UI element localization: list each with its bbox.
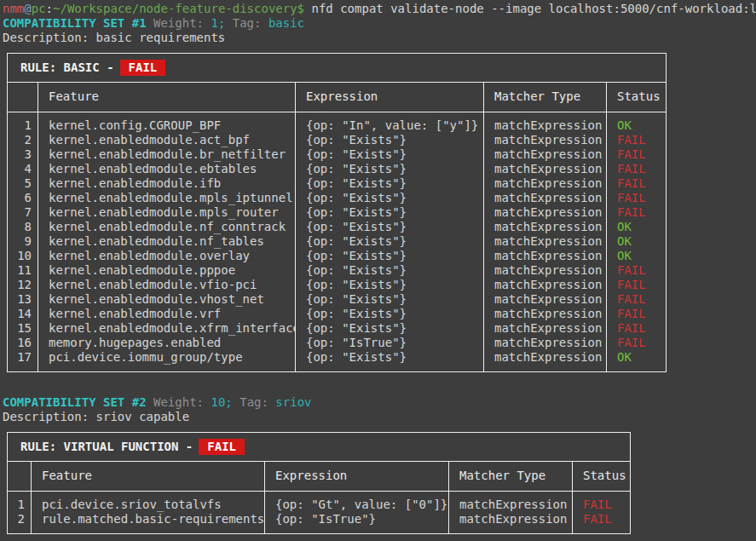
cell-matcher-type: matchExpression	[484, 350, 607, 371]
row-number: 7	[8, 205, 38, 220]
column-header: Status	[573, 462, 630, 491]
cell-status: FAIL	[573, 512, 630, 533]
table-row: 1pci.device.sriov_totalvfs{op: "Gt", val…	[8, 492, 630, 512]
terminal-command: nfd compat validate-node --image localho…	[311, 2, 756, 15]
row-number: 14	[8, 307, 38, 321]
table-row: 9kernel.enabledmodule.nf_tables{op: "Exi…	[8, 234, 666, 249]
cell-expression: {op: "Exists"}	[296, 191, 484, 205]
cell-feature: kernel.config.CGROUP_BPF	[38, 112, 296, 133]
table-row: 4kernel.enabledmodule.ebtables{op: "Exis…	[8, 162, 666, 176]
cell-expression: {op: "Exists"}	[296, 220, 484, 234]
terminal-window[interactable]: { "terminal": { "prompt": { "user": "nmm…	[0, 0, 756, 541]
cell-expression: {op: "Exists"}	[296, 205, 484, 220]
cell-status: FAIL	[607, 147, 666, 162]
cell-status: OK	[607, 350, 666, 371]
table-row: 13kernel.enabledmodule.vhost_net{op: "Ex…	[8, 292, 666, 307]
cell-feature: memory.hugepages.enabled	[38, 336, 296, 350]
table-row: 2rule.matched.basic-requirements{op: "Is…	[8, 512, 630, 533]
cell-status: FAIL	[607, 176, 666, 191]
cell-matcher-type: matchExpression	[449, 512, 573, 533]
prompt-host: pc	[32, 2, 46, 15]
cell-expression: {op: "Exists"}	[296, 350, 484, 371]
cell-matcher-type: matchExpression	[484, 336, 607, 350]
tag-value: sriov	[275, 395, 311, 409]
column-header-number	[8, 83, 38, 112]
row-number: 9	[8, 234, 38, 249]
table-row: 11kernel.enabledmodule.pppoe{op: "Exists…	[8, 263, 666, 278]
table-row: 16memory.hugepages.enabled{op: "IsTrue"}…	[8, 336, 666, 350]
row-number: 17	[8, 350, 38, 371]
column-header: Status	[607, 83, 666, 112]
weight-value: 10;	[211, 395, 232, 409]
tag-label: Tag:	[233, 16, 262, 30]
cell-feature: kernel.enabledmodule.mpls_iptunnel	[38, 191, 296, 205]
cell-feature: kernel.enabledmodule.br_netfilter	[38, 147, 296, 162]
rule-title-label: RULE: BASIC -	[20, 60, 114, 74]
rule-table: RULE: BASIC -FAILFeatureExpressionMatche…	[7, 53, 667, 372]
prompt-at-symbol: @	[24, 2, 31, 15]
row-number: 4	[8, 162, 38, 176]
cell-matcher-type: matchExpression	[484, 112, 607, 133]
cell-expression: {op: "IsTrue"}	[265, 512, 449, 533]
table-header-row: FeatureExpressionMatcher TypeStatus	[8, 462, 630, 492]
cell-status: FAIL	[573, 492, 630, 512]
row-number: 15	[8, 321, 38, 336]
cell-status: FAIL	[607, 162, 666, 176]
table-body: 1pci.device.sriov_totalvfs{op: "Gt", val…	[8, 492, 630, 533]
rule-table: RULE: VIRTUAL FUNCTION -FAILFeatureExpre…	[7, 432, 631, 534]
cell-status: OK	[607, 249, 666, 263]
cell-feature: kernel.enabledmodule.xfrm_interface	[38, 321, 296, 336]
cell-expression: {op: "Exists"}	[296, 249, 484, 263]
cell-feature: pci.device.iommu_group/type	[38, 350, 296, 371]
set-title: COMPATIBILITY SET #1	[3, 16, 147, 30]
cell-feature: kernel.enabledmodule.vrf	[38, 307, 296, 321]
cell-status: FAIL	[607, 307, 666, 321]
cell-expression: {op: "In", value: ["y"]}	[296, 112, 484, 133]
cell-feature: kernel.enabledmodule.ebtables	[38, 162, 296, 176]
cell-status: OK	[607, 220, 666, 234]
compat-set-section: COMPATIBILITY SET #2 Weight: 10; Tag: sr…	[3, 395, 756, 534]
table-header-row: FeatureExpressionMatcher TypeStatus	[8, 83, 666, 112]
compat-sets-container: COMPATIBILITY SET #1 Weight: 1; Tag: bas…	[3, 16, 756, 534]
cell-status: FAIL	[607, 278, 666, 292]
table-row: 12kernel.enabledmodule.vfio-pci{op: "Exi…	[8, 278, 666, 292]
row-number: 2	[8, 512, 32, 533]
rule-status-badge: FAIL	[120, 60, 166, 76]
table-row: 7kernel.enabledmodule.mpls_router{op: "E…	[8, 205, 666, 220]
table-row: 8kernel.enabledmodule.nf_conntrack{op: "…	[8, 220, 666, 234]
cell-status: OK	[607, 112, 666, 133]
cell-expression: {op: "Exists"}	[296, 263, 484, 278]
row-number: 16	[8, 336, 38, 350]
terminal-prompt-line: nmm@pc:~/Workspace/node-feature-discover…	[3, 2, 756, 16]
cell-status: OK	[607, 234, 666, 249]
table-row: 1kernel.config.CGROUP_BPF{op: "In", valu…	[8, 112, 666, 133]
row-number: 1	[8, 492, 32, 512]
cell-feature: kernel.enabledmodule.mpls_router	[38, 205, 296, 220]
cell-feature: kernel.enabledmodule.nf_tables	[38, 234, 296, 249]
cell-feature: kernel.enabledmodule.vhost_net	[38, 292, 296, 307]
row-number: 2	[8, 133, 38, 147]
row-number: 11	[8, 263, 38, 278]
cell-feature: kernel.enabledmodule.nf_conntrack	[38, 220, 296, 234]
cell-matcher-type: matchExpression	[484, 147, 607, 162]
rule-title-row: RULE: VIRTUAL FUNCTION -FAIL	[8, 433, 630, 462]
table-row: 5kernel.enabledmodule.ifb{op: "Exists"}m…	[8, 176, 666, 191]
cell-status: FAIL	[607, 133, 666, 147]
cell-matcher-type: matchExpression	[449, 492, 573, 512]
table-row: 17pci.device.iommu_group/type{op: "Exist…	[8, 350, 666, 371]
column-header: Feature	[32, 462, 265, 491]
cell-matcher-type: matchExpression	[484, 220, 607, 234]
tag-label: Tag:	[239, 395, 268, 409]
column-header: Expression	[265, 462, 449, 491]
weight-label: Weight:	[153, 16, 204, 30]
cell-matcher-type: matchExpression	[484, 249, 607, 263]
cell-expression: {op: "Exists"}	[296, 278, 484, 292]
cell-feature: kernel.enabledmodule.act_bpf	[38, 133, 296, 147]
table-row: 14kernel.enabledmodule.vrf{op: "Exists"}…	[8, 307, 666, 321]
set-heading-line: COMPATIBILITY SET #2 Weight: 10; Tag: sr…	[3, 395, 756, 410]
set-description: Description: basic requirements	[3, 31, 756, 45]
cell-feature: kernel.enabledmodule.pppoe	[38, 263, 296, 278]
cell-expression: {op: "Exists"}	[296, 234, 484, 249]
cell-expression: {op: "Exists"}	[296, 133, 484, 147]
row-number: 13	[8, 292, 38, 307]
